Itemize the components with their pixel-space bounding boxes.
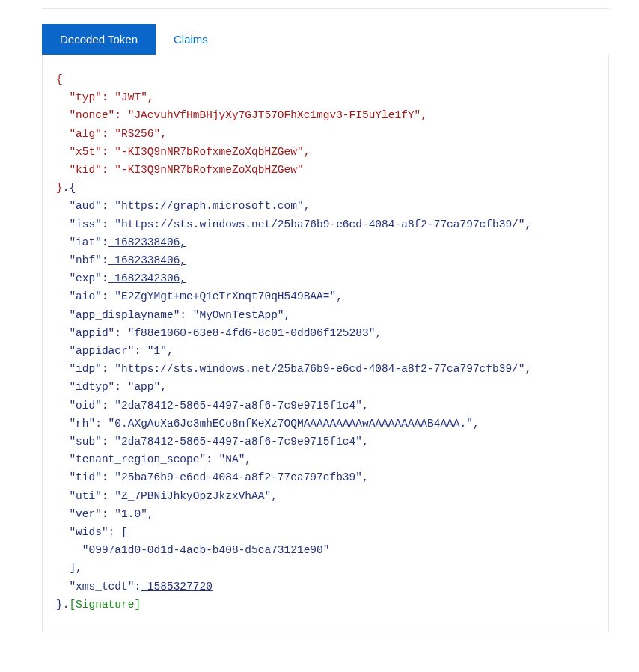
payload-idtyp-value: app: [134, 381, 153, 393]
header-kid: "kid": "-KI3Q9nNR7bRofxmeZoXqbHZGew": [56, 164, 304, 176]
header-x5t: "x5t": "-KI3Q9nNR7bRofxmeZoXqbHZGew",: [56, 146, 310, 158]
payload-app-displayname-value: MyOwnTestApp: [199, 309, 277, 321]
tab-decoded-token[interactable]: Decoded Token: [42, 24, 156, 55]
segment-sep-1: .{: [63, 182, 76, 194]
payload-exp-value[interactable]: 1682342306,: [108, 272, 186, 284]
payload-oid: "oid": "2da78412-5865-4497-a8f6-7c9e9715…: [56, 400, 369, 412]
payload-appidacr-value: 1: [154, 345, 161, 357]
payload-wids-item: "0997a1d0-0d1d-4acb-b408-d5ca73121e90": [56, 544, 329, 556]
header-close-brace: }: [56, 182, 63, 194]
payload-tid: "tid": "25ba76b9-e6cd-4084-a8f2-77ca797c…: [56, 471, 369, 483]
signature-placeholder: [Signature]: [69, 599, 141, 611]
payload-aio-value: E2ZgYMgt+me+Q1eTrXnqt70qH549BAA=: [121, 290, 329, 302]
payload-appid: "appid": "f88e1060-63e8-4fd6-8c01-0dd06f…: [56, 327, 382, 339]
payload-aud-value: https://graph.microsoft.com: [121, 200, 297, 212]
header-nonce: "nonce": "JAcvuhVfHmBHjyXy7GJT57OFhXc1mg…: [56, 109, 427, 121]
payload-uti: "uti": "Z_7PBNiJhkyOpzJkzxVhAA",: [56, 490, 278, 502]
payload-rh-value: 0.AXgAuXa6Jc3mhECo8nfKeXz7OQMAAAAAAAAAwA…: [114, 418, 466, 430]
decoded-token-panel: { "typ": "JWT", "nonce": "JAcvuhVfHmBHjy…: [42, 55, 609, 632]
payload-iss-value: https://sts.windows.net/25ba76b9-e6cd-40…: [121, 219, 519, 230]
top-divider: [42, 0, 609, 9]
payload-idp-value: https://sts.windows.net/25ba76b9-e6cd-40…: [121, 363, 519, 375]
payload-appidacr: "appidacr": "1",: [56, 345, 174, 357]
payload-appid-value: f88e1060-63e8-4fd6-8c01-0dd06f125283: [134, 327, 368, 339]
payload-oid-value: 2da78412-5865-4497-a8f6-7c9e9715f1c4: [121, 400, 355, 412]
payload-wids-open: "wids": [: [56, 526, 128, 538]
token-viewer: Decoded Token Claims { "typ": "JWT", "no…: [0, 0, 639, 662]
header-nonce-value: JAcvuhVfHmBHjyXy7GJT57OFhXc1mgv3-FI5uYle…: [134, 109, 414, 121]
header-open-brace: {: [56, 73, 63, 85]
header-x5t-value: -KI3Q9nNR7bRofxmeZoXqbHZGew: [121, 146, 297, 158]
header-alg: "alg": "RS256",: [56, 128, 167, 140]
payload-close-brace: }: [56, 599, 63, 611]
payload-aio: "aio": "E2ZgYMgt+me+Q1eTrXnqt70qH549BAA=…: [56, 290, 343, 302]
payload-nbf-value[interactable]: 1682338406,: [108, 254, 186, 266]
header-typ-value: JWT: [121, 91, 141, 103]
payload-aud: "aud": "https://graph.microsoft.com",: [56, 200, 310, 212]
payload-xms-tcdt-value[interactable]: 1585327720: [141, 581, 213, 593]
header-kid-value: -KI3Q9nNR7bRofxmeZoXqbHZGew: [121, 164, 297, 176]
tab-strip: Decoded Token Claims: [42, 24, 609, 55]
payload-rh: "rh": "0.AXgAuXa6Jc3mhECo8nfKeXz7OQMAAAA…: [56, 418, 480, 430]
header-alg-value: RS256: [121, 128, 154, 140]
payload-xms-tcdt: "xms_tcdt": 1585327720: [56, 581, 213, 593]
payload-iat: "iat": 1682338406,: [56, 236, 186, 248]
payload-wids-close: ],: [56, 562, 82, 574]
payload-nbf: "nbf": 1682338406,: [56, 254, 186, 266]
payload-idp: "idp": "https://sts.windows.net/25ba76b9…: [56, 363, 531, 375]
payload-sub-value: 2da78412-5865-4497-a8f6-7c9e9715f1c4: [121, 436, 355, 448]
payload-ver-value: 1.0: [121, 508, 141, 520]
payload-tid-value: 25ba76b9-e6cd-4084-a8f2-77ca797cfb39: [121, 471, 355, 483]
payload-uti-value: Z_7PBNiJhkyOpzJkzxVhAA: [121, 490, 264, 502]
tab-claims[interactable]: Claims: [156, 24, 226, 55]
payload-idtyp: "idtyp": "app",: [56, 381, 167, 393]
header-typ: "typ": "JWT",: [56, 91, 154, 103]
payload-exp: "exp": 1682342306,: [56, 272, 186, 284]
payload-ver: "ver": "1.0",: [56, 508, 154, 520]
payload-tenant-region: "tenant_region_scope": "NA",: [56, 453, 251, 465]
payload-iss: "iss": "https://sts.windows.net/25ba76b9…: [56, 219, 531, 230]
payload-app-displayname: "app_displayname": "MyOwnTestApp",: [56, 309, 290, 321]
payload-wids-item-value: 0997a1d0-0d1d-4acb-b408-d5ca73121e90: [89, 544, 323, 556]
payload-tenant-region-value: NA: [225, 453, 238, 465]
payload-iat-value[interactable]: 1682338406,: [108, 236, 186, 248]
payload-sub: "sub": "2da78412-5865-4497-a8f6-7c9e9715…: [56, 436, 369, 448]
